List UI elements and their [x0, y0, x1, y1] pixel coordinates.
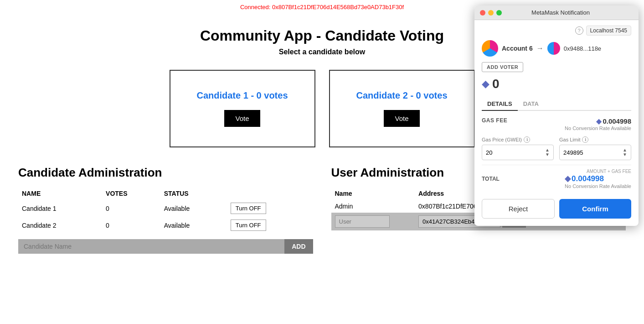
mm-eth-value: 0	[492, 77, 500, 91]
add-candidate-button[interactable]: ADD	[284, 239, 313, 254]
mm-total-section: TOTAL AMOUNT + GAS FEE ◆0.004998 No Conv…	[482, 165, 631, 189]
col-action	[227, 187, 313, 200]
mm-gas-fee-value: ◆0.004998 No Conversion Rate Available	[565, 117, 631, 131]
eth-icon: ◆	[482, 78, 489, 90]
mm-footer: Reject Confirm	[482, 194, 631, 220]
candidate-1-votes: 0	[102, 200, 160, 217]
gas-price-down[interactable]: ▼	[545, 152, 550, 157]
mm-gas-price-group: Gas Price (GWEI) ℹ 20 ▲ ▼	[482, 136, 554, 160]
mm-total-label: TOTAL	[482, 176, 500, 182]
mm-titlebar: MetaMask Notification	[474, 5, 639, 20]
gas-fee-label: GAS FEE	[482, 117, 507, 124]
mm-eth-amount: ◆ 0	[482, 77, 631, 91]
help-icon[interactable]: ?	[575, 26, 583, 35]
tab-details[interactable]: DETAILS	[482, 98, 518, 111]
vote-button-2[interactable]: Vote	[384, 110, 419, 127]
candidate-2-name: Candidate 2	[18, 217, 102, 234]
mm-amount-gasfee-note: AMOUNT + GAS FEE	[565, 169, 631, 174]
candidate-2-title: Candidate 2 - 0 votes	[356, 90, 447, 101]
turn-off-btn-2[interactable]: Turn OFF	[231, 219, 266, 231]
eth-sym-icon: ◆	[596, 117, 602, 125]
user-col-name: Name	[331, 187, 415, 200]
mm-gas-fee-row: GAS FEE ◆0.004998 No Conversion Rate Ava…	[482, 117, 631, 131]
admin-name: Admin	[331, 200, 415, 213]
col-name: NAME	[18, 187, 102, 200]
gas-limit-input: 249895 ▲ ▼	[559, 145, 631, 160]
candidate-card-1: Candidate 1 - 0 votes Vote	[170, 70, 315, 147]
mm-account-row: Account 6 → 0x9488...118e	[482, 40, 631, 57]
gas-limit-info-icon: ℹ	[582, 136, 588, 143]
gas-price-input: 20 ▲ ▼	[482, 145, 554, 160]
mm-total-value: ◆0.004998	[565, 174, 631, 183]
mm-body: ? Localhost 7545 Account 6 → 0x9488...11…	[474, 20, 639, 226]
connection-bar: Connected: 0x807Bf1c21DfE706d14E568Bd73e…	[240, 4, 404, 10]
gas-limit-down[interactable]: ▼	[623, 152, 627, 157]
reject-button[interactable]: Reject	[482, 199, 555, 219]
gas-limit-stepper[interactable]: ▲ ▼	[623, 148, 627, 157]
mm-conversion-note: No Conversion Rate Available	[565, 125, 631, 131]
col-status: STATUS	[160, 187, 227, 200]
mm-gas-limit-group: Gas Limit ℹ 249895 ▲ ▼	[559, 136, 631, 160]
mm-network-label: Localhost 7545	[586, 26, 631, 36]
candidate-card-2: Candidate 2 - 0 votes Vote	[329, 70, 475, 147]
gas-price-label: Gas Price (GWEI) ℹ	[482, 136, 554, 143]
mm-tabs: DETAILS DATA	[482, 98, 631, 111]
gas-limit-label: Gas Limit ℹ	[559, 136, 631, 143]
table-row: Candidate 2 0 Available Turn OFF	[18, 217, 313, 234]
gas-price-stepper[interactable]: ▲ ▼	[545, 148, 550, 157]
col-votes: VOTES	[102, 187, 160, 200]
candidate-1-name: Candidate 1	[18, 200, 102, 217]
candidate-2-status: Available	[160, 217, 227, 234]
candidate-table: NAME VOTES STATUS Candidate 1 0 Availabl…	[18, 187, 313, 234]
total-eth-sym-icon: ◆	[565, 174, 571, 183]
mm-close-button[interactable]	[480, 10, 485, 16]
candidate-name-input[interactable]	[18, 239, 284, 254]
candidate-1-title: Candidate 1 - 0 votes	[196, 90, 288, 101]
mm-dest-address: 0x9488...118e	[564, 45, 601, 52]
candidate-admin: Candidate Administration NAME VOTES STAT…	[18, 166, 313, 254]
candidate-2-votes: 0	[102, 217, 160, 234]
arrow-icon: →	[536, 44, 544, 52]
user-name-input[interactable]	[335, 215, 390, 228]
candidate-admin-title: Candidate Administration	[18, 166, 313, 180]
mm-inputs-row: Gas Price (GWEI) ℹ 20 ▲ ▼ Gas Limit	[482, 136, 631, 160]
mm-gas-eth: ◆0.004998	[565, 117, 631, 125]
mm-total-conversion: No Conversion Rate Available	[565, 183, 631, 189]
mm-network-bar: ? Localhost 7545	[482, 26, 631, 36]
dest-avatar	[547, 42, 560, 55]
main-app: Connected: 0x807Bf1c21DfE706d14E568Bd73e…	[0, 0, 644, 324]
table-row: Candidate 1 0 Available Turn OFF	[18, 200, 313, 217]
gas-price-info-icon: ℹ	[524, 136, 530, 143]
mm-action-label: ADD VOTER	[482, 62, 523, 72]
tab-data[interactable]: DATA	[518, 98, 544, 110]
mm-title: MetaMask Notification	[488, 9, 633, 16]
mm-details-section: GAS FEE ◆0.004998 No Conversion Rate Ava…	[482, 117, 631, 131]
confirm-button[interactable]: Confirm	[559, 199, 631, 219]
mm-account-name: Account 6	[502, 45, 533, 52]
account-avatar	[482, 40, 498, 57]
vote-button-1[interactable]: Vote	[224, 110, 260, 127]
mm-total-label-row: TOTAL AMOUNT + GAS FEE ◆0.004998 No Conv…	[482, 169, 631, 189]
add-candidate-row: ADD	[18, 239, 313, 254]
metamask-popup: MetaMask Notification ? Localhost 7545 A…	[474, 5, 639, 226]
turn-off-btn-1[interactable]: Turn OFF	[231, 203, 266, 214]
candidate-1-status: Available	[160, 200, 227, 217]
